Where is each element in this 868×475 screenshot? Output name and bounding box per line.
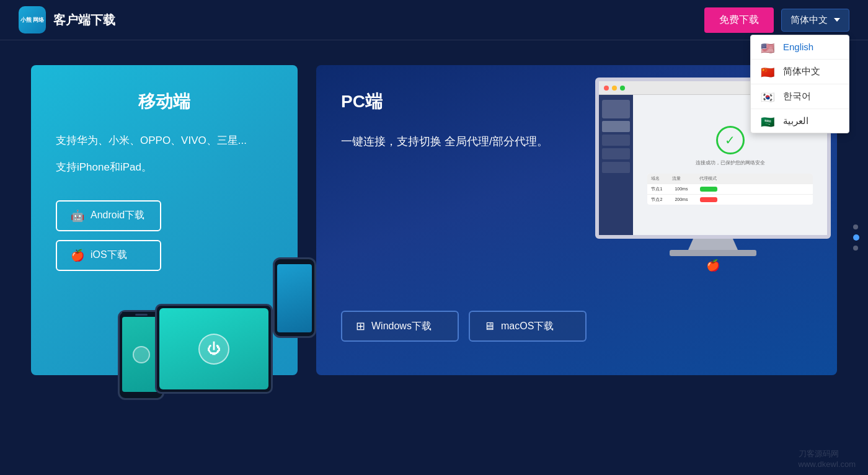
mobile-devices-mockup: ⏻ — [118, 245, 316, 400]
monitor-foot — [670, 250, 756, 256]
monitor-status-text: 连接成功，已保护您的网络安全 — [696, 159, 765, 166]
lang-option-label: English — [783, 42, 813, 52]
monitor-sidebar-item — [602, 148, 630, 159]
mobile-panel-desc2: 支持iPhone和iPad。 — [56, 159, 273, 177]
flag-sa-icon: 🇸🇦 — [761, 115, 777, 127]
dot-red — [604, 86, 609, 91]
flag-us-icon: 🇺🇸 — [761, 42, 777, 53]
pagination-dot-1[interactable] — [853, 224, 858, 229]
monitor-icon: 🖥 — [484, 320, 495, 333]
lang-option-arabic[interactable]: 🇸🇦 العربية — [751, 109, 849, 133]
monitor-table: 域名 流量 代理模式 节点1 100ms 节点 — [647, 174, 812, 205]
monitor-sidebar — [599, 95, 633, 235]
lang-option-chinese[interactable]: 🇨🇳 简体中文 — [751, 60, 849, 84]
tablet-mockup: ⏻ — [155, 304, 273, 394]
windows-icon: ⊞ — [356, 319, 365, 333]
watermark-line2: www.dkewl.com — [799, 459, 856, 469]
apple-icon: 🍎 — [71, 249, 84, 262]
mobile-panel-title: 移动端 — [56, 90, 273, 113]
mobile-panel: 移动端 支持华为、小米、OPPO、VIVO、三星... 支持iPhone和iPa… — [31, 65, 298, 375]
phone-mockup-2 — [273, 257, 316, 338]
watermark: 刀客源码网 www.dkewl.com — [799, 448, 856, 469]
lang-option-label: 한국어 — [783, 91, 811, 102]
monitor-stand — [688, 239, 738, 250]
dot-yellow — [612, 86, 617, 91]
lang-select-button[interactable]: 简体中文 — [781, 9, 849, 32]
watermark-line1: 刀客源码网 — [799, 448, 856, 459]
header-right: 免费下载 简体中文 🇺🇸 English 🇨🇳 简体中文 🇰🇷 한국어 — [704, 7, 849, 33]
monitor-table-header: 域名 流量 代理模式 — [647, 174, 812, 184]
header: 小熊 网络 客户端下载 免费下载 简体中文 🇺🇸 English 🇨🇳 简体中文 — [0, 0, 868, 40]
windows-download-button[interactable]: ⊞ Windows下载 — [341, 311, 459, 342]
android-download-button[interactable]: 🤖 Android下载 — [56, 200, 161, 231]
lang-current-label: 简体中文 — [790, 14, 828, 26]
status-badge-red — [700, 197, 717, 202]
windows-btn-label: Windows下载 — [371, 320, 432, 333]
flag-kr-icon: 🇰🇷 — [761, 91, 777, 102]
macos-download-button[interactable]: 🖥 macOS下载 — [469, 311, 587, 342]
android-btn-label: Android下载 — [91, 209, 144, 222]
monitor-sidebar-item — [602, 121, 630, 132]
dot-green — [620, 86, 625, 91]
lang-option-label: 简体中文 — [783, 66, 820, 78]
monitor-sidebar-item — [602, 135, 630, 146]
monitor-sidebar-item — [602, 162, 630, 173]
android-icon: 🤖 — [71, 209, 84, 223]
apple-logo-icon: 🍎 — [706, 259, 720, 272]
pc-download-buttons: ⊞ Windows下载 🖥 macOS下载 — [341, 311, 587, 350]
lang-option-english[interactable]: 🇺🇸 English — [751, 35, 849, 60]
macos-btn-label: macOS下载 — [501, 320, 554, 333]
language-selector[interactable]: 简体中文 🇺🇸 English 🇨🇳 简体中文 🇰🇷 한국어 — [781, 9, 849, 32]
pagination-dot-2[interactable] — [853, 234, 859, 241]
lang-option-korean[interactable]: 🇰🇷 한국어 — [751, 84, 849, 109]
logo-icon: 小熊 网络 — [19, 6, 46, 33]
chevron-down-icon — [834, 18, 840, 22]
page-title: 客户端下载 — [53, 12, 115, 29]
status-badge-green — [700, 187, 717, 192]
monitor-table-row: 节点2 200ms — [647, 194, 812, 205]
pagination-dots — [853, 224, 859, 251]
header-left: 小熊 网络 客户端下载 — [19, 6, 115, 33]
monitor-table-row: 节点1 100ms — [647, 184, 812, 194]
monitor-check-icon: ✓ — [716, 126, 745, 154]
pagination-dot-3[interactable] — [853, 246, 858, 251]
main-content: 移动端 支持华为、小米、OPPO、VIVO、三星... 支持iPhone和iPa… — [0, 40, 868, 475]
lang-option-label: العربية — [783, 115, 808, 127]
free-download-button[interactable]: 免费下载 — [704, 7, 774, 33]
flag-cn-icon: 🇨🇳 — [761, 66, 777, 77]
mobile-panel-desc1: 支持华为、小米、OPPO、VIVO、三星... — [56, 132, 273, 150]
lang-dropdown: 🇺🇸 English 🇨🇳 简体中文 🇰🇷 한국어 🇸🇦 العربية — [750, 35, 849, 133]
